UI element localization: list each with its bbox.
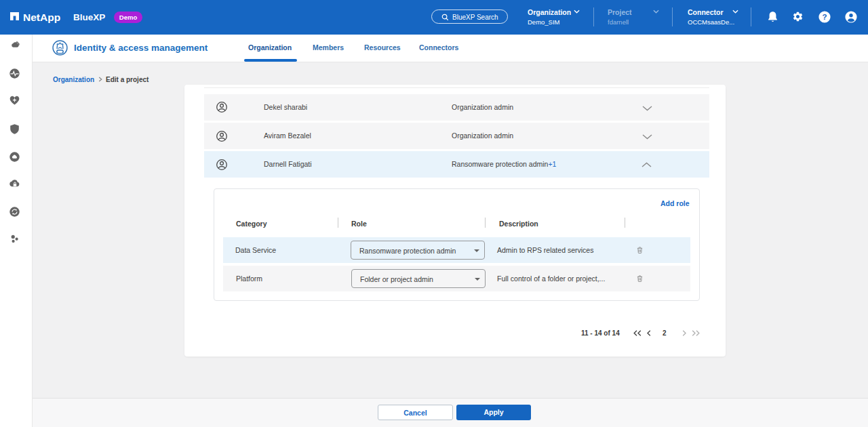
svg-text:?: ? — [822, 13, 827, 21]
